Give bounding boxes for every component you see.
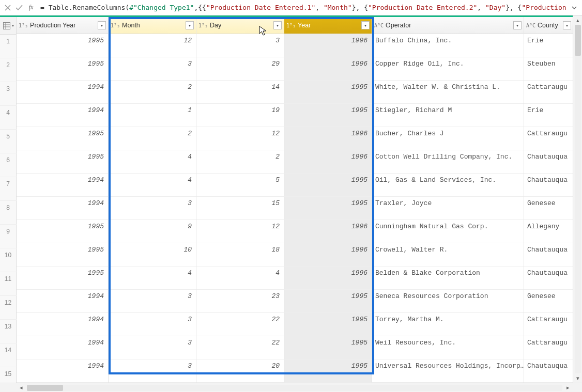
cell[interactable]: 1994: [17, 359, 108, 383]
cell[interactable]: Seneca Resources Corporation: [372, 290, 524, 313]
h-scroll-thumb[interactable]: [27, 385, 63, 391]
cell[interactable]: 3: [109, 313, 196, 336]
cell[interactable]: Cattaraugu: [524, 336, 573, 359]
cell[interactable]: Weil Resources, Inc.: [372, 336, 524, 359]
cell[interactable]: 1995: [17, 220, 108, 243]
cell[interactable]: 1994: [17, 336, 108, 359]
cell[interactable]: 1995: [17, 127, 108, 150]
cell[interactable]: 1994: [17, 81, 108, 104]
cell[interactable]: Chautauqua: [524, 359, 573, 383]
cell[interactable]: 1996: [284, 34, 372, 57]
cell[interactable]: 4: [109, 266, 196, 290]
cell[interactable]: 3: [109, 290, 196, 313]
row-number[interactable]: 4: [0, 106, 17, 130]
cell[interactable]: 4: [109, 174, 196, 197]
accept-formula-button[interactable]: [13, 2, 25, 13]
cell[interactable]: 29: [196, 57, 284, 81]
filter-button[interactable]: ▾: [186, 21, 194, 29]
cell[interactable]: 1996: [284, 243, 372, 266]
column-header-prod_year[interactable]: 1²₃Production Year▾: [17, 17, 108, 34]
cell[interactable]: 1994: [17, 104, 108, 127]
formula-input[interactable]: = Table.RenameColumns(#"Changed Type1",{…: [37, 4, 569, 11]
horizontal-scrollbar[interactable]: ◂ ▸: [0, 383, 582, 392]
cell[interactable]: 2: [109, 127, 196, 150]
h-scroll-track[interactable]: [27, 385, 562, 391]
cell[interactable]: Steuben: [524, 57, 573, 81]
cell[interactable]: 2: [196, 150, 284, 174]
scroll-right-button[interactable]: ▸: [563, 384, 573, 392]
cell[interactable]: 1995: [284, 104, 372, 127]
cell[interactable]: Chautauqua: [524, 266, 573, 290]
expand-formula-button[interactable]: [569, 2, 580, 13]
scroll-up-button[interactable]: ▴: [574, 15, 582, 25]
column-header-day[interactable]: 1²₃Day▾: [196, 17, 284, 34]
cell[interactable]: 4: [196, 266, 284, 290]
cell[interactable]: 1995: [284, 313, 372, 336]
cell[interactable]: 1996: [284, 127, 372, 150]
filter-button[interactable]: ▾: [513, 21, 522, 29]
row-number[interactable]: 14: [0, 343, 17, 367]
cell[interactable]: 1996: [284, 57, 372, 81]
cell[interactable]: 10: [109, 243, 196, 266]
cell[interactable]: Belden & Blake Corporation: [372, 266, 524, 290]
cell[interactable]: Chautauqua: [524, 150, 573, 174]
cell[interactable]: 22: [196, 336, 284, 359]
cell[interactable]: 12: [196, 220, 284, 243]
cell[interactable]: 18: [196, 243, 284, 266]
cell[interactable]: Genesee: [524, 290, 573, 313]
cell[interactable]: Erie: [524, 34, 573, 57]
filter-button[interactable]: ▾: [273, 21, 282, 29]
row-number[interactable]: 9: [0, 225, 17, 248]
cell[interactable]: Allegany: [524, 220, 573, 243]
cell[interactable]: Bucher, Charles J: [372, 127, 524, 150]
scroll-left-button[interactable]: ◂: [17, 384, 26, 392]
cell[interactable]: 1: [109, 104, 196, 127]
cell[interactable]: White, Walter W. & Christina L.: [372, 81, 524, 104]
row-number[interactable]: 13: [0, 320, 17, 343]
row-number[interactable]: 7: [0, 177, 17, 201]
row-number[interactable]: 3: [0, 82, 17, 106]
row-number[interactable]: 6: [0, 153, 17, 177]
cell[interactable]: Erie: [524, 104, 573, 127]
v-scroll-track[interactable]: [575, 25, 581, 373]
cell[interactable]: Genesee: [524, 197, 573, 220]
cell[interactable]: 15: [196, 197, 284, 220]
column-header-county[interactable]: AᴮCCounty▾: [524, 17, 573, 34]
row-number[interactable]: 8: [0, 201, 17, 225]
cell[interactable]: 5: [196, 174, 284, 197]
column-header-month[interactable]: 1²₃Month▾: [109, 17, 196, 34]
cell[interactable]: 1995: [284, 336, 372, 359]
cell[interactable]: 2: [109, 81, 196, 104]
cell[interactable]: 3: [109, 359, 196, 383]
cell[interactable]: 23: [196, 290, 284, 313]
row-number[interactable]: 12: [0, 296, 17, 320]
cell[interactable]: 3: [109, 336, 196, 359]
cell[interactable]: Cunningham Natural Gas Corp.: [372, 220, 524, 243]
v-scroll-thumb[interactable]: [575, 25, 581, 56]
cell[interactable]: Torrey, Martha M.: [372, 313, 524, 336]
cell[interactable]: Crowell, Walter R.: [372, 243, 524, 266]
cell[interactable]: 1994: [17, 197, 108, 220]
filter-button[interactable]: ▾: [361, 21, 370, 29]
cell[interactable]: 19: [196, 104, 284, 127]
cell[interactable]: 1994: [17, 313, 108, 336]
cell[interactable]: 1995: [284, 197, 372, 220]
column-header-operator[interactable]: AᴮCOperator▾: [372, 17, 524, 34]
cell[interactable]: 1995: [284, 290, 372, 313]
cell[interactable]: Universal Resources Holdings, Incorp…: [372, 359, 524, 383]
cell[interactable]: 1995: [284, 359, 372, 383]
cell[interactable]: 3: [109, 57, 196, 81]
cell[interactable]: 1995: [284, 81, 372, 104]
cell[interactable]: 1995: [17, 57, 108, 81]
row-number[interactable]: 2: [0, 58, 17, 82]
cell[interactable]: Chautauqua: [524, 174, 573, 197]
cancel-formula-button[interactable]: [2, 2, 13, 13]
cell[interactable]: Cattaraugu: [524, 127, 573, 150]
cell[interactable]: 1995: [17, 34, 108, 57]
cell[interactable]: 1995: [17, 266, 108, 290]
cell[interactable]: 1995: [17, 243, 108, 266]
cell[interactable]: Chautauqua: [524, 243, 573, 266]
cell[interactable]: Stiegler, Richard M: [372, 104, 524, 127]
cell[interactable]: Cattaraugu: [524, 81, 573, 104]
cell[interactable]: Buffalo China, Inc.: [372, 34, 524, 57]
